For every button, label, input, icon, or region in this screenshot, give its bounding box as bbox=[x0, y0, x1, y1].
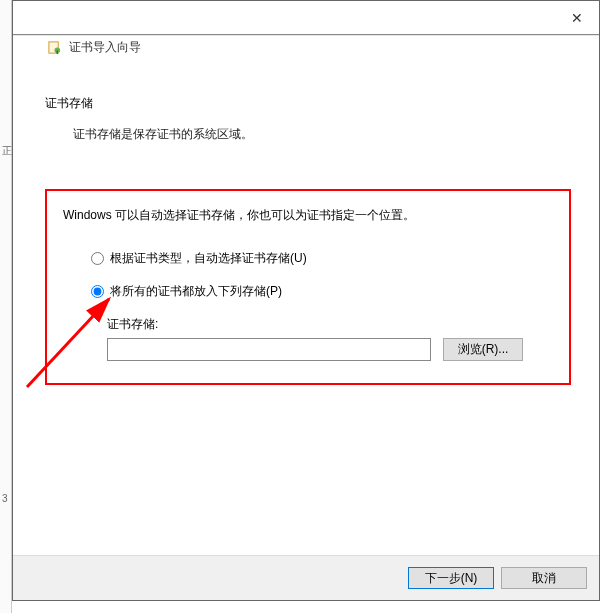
next-button[interactable]: 下一步(N) bbox=[408, 567, 494, 589]
title-bar: ✕ bbox=[13, 1, 599, 35]
radio-auto-label: 根据证书类型，自动选择证书存储(U) bbox=[110, 250, 307, 267]
wizard-footer: 下一步(N) 取消 bbox=[13, 555, 599, 600]
highlight-annotation: Windows 可以自动选择证书存储，你也可以为证书指定一个位置。 根据证书类型… bbox=[45, 189, 571, 385]
store-row: 浏览(R)... bbox=[107, 338, 553, 361]
wizard-title: 证书导入向导 bbox=[69, 39, 141, 56]
instruction-text: Windows 可以自动选择证书存储，你也可以为证书指定一个位置。 bbox=[63, 207, 553, 224]
section-desc: 证书存储是保存证书的系统区域。 bbox=[73, 126, 571, 143]
radio-place-label: 将所有的证书都放入下列存储(P) bbox=[110, 283, 282, 300]
close-icon: ✕ bbox=[571, 10, 583, 26]
radio-auto-select[interactable]: 根据证书类型，自动选择证书存储(U) bbox=[91, 250, 553, 267]
wizard-window: ✕ 证书导入向导 证书存储 证书存储是保存证书的系统区域。 Windows 可以… bbox=[12, 0, 600, 601]
section-heading: 证书存储 bbox=[45, 95, 571, 112]
certificate-icon bbox=[47, 40, 62, 55]
browse-button[interactable]: 浏览(R)... bbox=[443, 338, 523, 361]
left-ruler-margin: 正 3 bbox=[0, 0, 12, 613]
radio-place-all[interactable]: 将所有的证书都放入下列存储(P) bbox=[91, 283, 553, 300]
close-button[interactable]: ✕ bbox=[555, 1, 599, 34]
store-field-label: 证书存储: bbox=[107, 316, 553, 333]
radio-place-input[interactable] bbox=[91, 285, 104, 298]
cancel-button[interactable]: 取消 bbox=[501, 567, 587, 589]
wizard-header: 证书导入向导 bbox=[13, 35, 599, 58]
radio-auto-input[interactable] bbox=[91, 252, 104, 265]
store-input[interactable] bbox=[107, 338, 431, 361]
wizard-body: 证书存储 证书存储是保存证书的系统区域。 Windows 可以自动选择证书存储，… bbox=[13, 59, 599, 555]
